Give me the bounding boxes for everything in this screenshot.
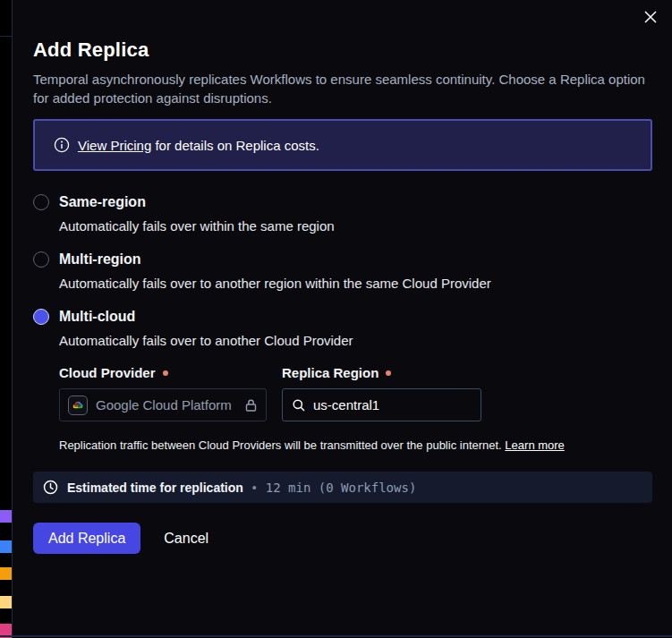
cloud-provider-value: Google Cloud Platform: [96, 397, 236, 413]
background-header-divider: [0, 36, 12, 37]
yellow-block: [0, 596, 12, 608]
pricing-banner-suffix: for details on Replica costs.: [151, 138, 319, 153]
background-bottom-divider: [0, 635, 672, 637]
modal-actions: Add Replica Cancel: [33, 523, 652, 554]
cancel-button[interactable]: Cancel: [164, 531, 208, 547]
gcp-icon: [68, 396, 88, 415]
replica-region-label-text: Replica Region: [282, 365, 379, 380]
radio-multi-region[interactable]: [33, 251, 49, 268]
replica-option-group: Same-region Automatically fails over wit…: [33, 193, 652, 350]
blue-block: [0, 540, 12, 553]
info-icon: [54, 137, 70, 153]
option-label-multi-region[interactable]: Multi-region: [59, 251, 491, 268]
estimate-separator: •: [252, 481, 257, 495]
option-desc-same-region: Automatically fails over within the same…: [59, 217, 335, 235]
pricing-banner: View Pricing for details on Replica cost…: [33, 119, 652, 171]
search-icon: [292, 398, 306, 413]
radio-same-region[interactable]: [33, 194, 49, 210]
option-desc-multi-region: Automatically fails over to another regi…: [59, 275, 491, 293]
required-dot: [163, 370, 168, 376]
replica-region-input[interactable]: [313, 397, 491, 413]
estimate-value: 12 min (0 Workflows): [266, 481, 417, 495]
cloud-provider-label: Cloud Provider: [59, 365, 267, 380]
screen: Add Replica Temporal asynchronously repl…: [0, 0, 672, 638]
pricing-banner-text: View Pricing for details on Replica cost…: [78, 138, 319, 153]
replica-region-label: Replica Region: [282, 365, 481, 380]
replica-region-input-box: [282, 388, 481, 421]
required-dot: [386, 370, 391, 376]
close-icon[interactable]: [642, 9, 659, 25]
cloud-provider-select[interactable]: Google Cloud Platform: [59, 388, 267, 421]
estimate-banner: Estimated time for replication • 12 min …: [33, 472, 652, 503]
purple-block: [0, 510, 12, 523]
option-label-same-region[interactable]: Same-region: [59, 193, 335, 211]
radio-option-same-region: Same-region Automatically fails over wit…: [33, 193, 652, 235]
cloud-provider-label-text: Cloud Provider: [59, 365, 156, 380]
add-replica-button[interactable]: Add Replica: [33, 523, 140, 554]
lock-icon: [244, 398, 258, 413]
public-internet-note: Replication traffic between Cloud Provid…: [59, 438, 652, 453]
public-internet-note-text: Replication traffic between Cloud Provid…: [59, 438, 502, 452]
clock-icon: [43, 480, 58, 495]
multi-cloud-form: Cloud Provider: [59, 365, 652, 453]
view-pricing-link[interactable]: View Pricing: [78, 138, 151, 153]
add-replica-modal: Add Replica Temporal asynchronously repl…: [13, 0, 672, 635]
background-page-strip: [0, 0, 12, 638]
orange-block: [0, 567, 12, 580]
replica-region-field: Replica Region: [282, 365, 481, 421]
modal-description: Temporal asynchronously replicates Workf…: [33, 70, 652, 107]
radio-multi-cloud[interactable]: [33, 309, 49, 325]
estimate-label: Estimated time for replication: [67, 481, 243, 495]
radio-option-multi-cloud: Multi-cloud Automatically fails over to …: [33, 308, 652, 350]
option-label-multi-cloud[interactable]: Multi-cloud: [59, 308, 652, 326]
cloud-provider-field: Cloud Provider: [59, 365, 267, 421]
learn-more-link[interactable]: Learn more: [505, 438, 564, 452]
radio-option-multi-region: Multi-region Automatically fails over to…: [33, 251, 652, 293]
option-desc-multi-cloud: Automatically fails over to another Clou…: [59, 332, 652, 350]
page-title: Add Replica: [33, 38, 652, 62]
